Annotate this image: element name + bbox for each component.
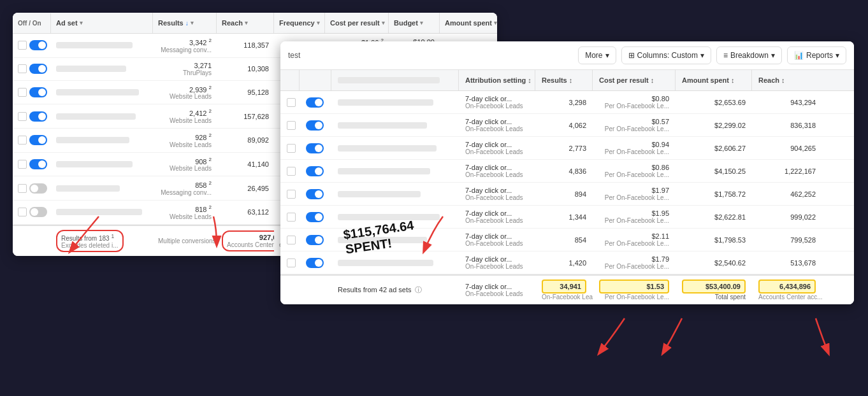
rth-reach[interactable]: Reach ↕ (752, 70, 822, 90)
row-toggle[interactable] (29, 135, 47, 145)
breakdown-label: Breakdown (730, 51, 769, 60)
row-toggle[interactable] (306, 189, 324, 199)
row-checkbox[interactable] (287, 98, 296, 107)
right-table-row: 7-day click or... On-Facebook Leads 1,34… (280, 206, 854, 229)
adset-name[interactable] (56, 42, 133, 48)
breakdown-button[interactable]: ≡ Breakdown ▾ (716, 46, 782, 64)
results-sort-icon: ↓ (185, 20, 189, 27)
right-summary-row: Results from 42 ad sets ⓘ 7-day click or… (280, 274, 854, 304)
results-sort-icon: ↕ (569, 76, 573, 84)
right-table-row: 7-day click or... On-Facebook Leads 4,83… (280, 160, 854, 183)
right-table-row: 7-day click or... On-Facebook Leads 2,77… (280, 137, 854, 160)
right-table-panel: test More ▾ ⊞ Columns: Custom ▾ ≡ Breakd… (280, 41, 854, 304)
breakdown-icon: ≡ (723, 51, 728, 60)
rth-name (331, 70, 459, 90)
rth-results[interactable]: Results ↕ (535, 70, 593, 90)
row-checkbox[interactable] (18, 184, 27, 193)
row-checkbox[interactable] (287, 121, 296, 130)
row-toggle[interactable] (306, 235, 324, 245)
results-dropdown-icon: ▾ (191, 20, 194, 26)
summary-results-label: Results from 183 1 (61, 233, 119, 242)
adset-name[interactable] (56, 185, 120, 192)
row-checkbox[interactable] (287, 213, 296, 222)
right-summary-amount: $53,400.09 (682, 279, 746, 293)
row-checkbox[interactable] (287, 167, 296, 176)
row-checkbox[interactable] (287, 144, 296, 153)
row-checkbox[interactable] (18, 136, 27, 145)
left-table-header: Off / On Ad set ▾ Results ↓ ▾ Reach ▾ Fr… (13, 13, 497, 34)
col-header-budget[interactable]: Budget ▾ (389, 13, 440, 33)
row-toggle[interactable] (29, 40, 47, 50)
col-header-frequency[interactable]: Frequency ▾ (274, 13, 325, 33)
row-toggle[interactable] (29, 183, 47, 194)
cpr-dropdown-icon: ▾ (382, 20, 385, 26)
row-toggle[interactable] (306, 212, 324, 222)
row-checkbox[interactable] (18, 112, 27, 121)
row-checkbox[interactable] (287, 236, 296, 244)
columns-label: Columns: Custom (637, 51, 698, 60)
row-toggle[interactable] (306, 97, 324, 108)
row-toggle[interactable] (306, 258, 324, 268)
col-header-adset[interactable]: Ad set ▾ (51, 13, 153, 33)
row-checkbox[interactable] (18, 160, 27, 169)
right-table-header: Attribution setting ↕ Results ↕ Cost per… (280, 70, 854, 91)
col-header-reach[interactable]: Reach ▾ (217, 13, 274, 33)
toolbar-test-label: test (288, 51, 300, 60)
row-toggle[interactable] (29, 159, 47, 169)
rth-cpr[interactable]: Cost per result ↕ (593, 70, 676, 90)
reports-icon: 📊 (794, 51, 804, 60)
row-checkbox[interactable] (18, 88, 27, 97)
adset-name[interactable] (56, 66, 126, 72)
row-toggle[interactable] (306, 166, 324, 176)
cpr-sort-icon: ↕ (651, 76, 655, 84)
col-header-results[interactable]: Results ↓ ▾ (153, 13, 217, 33)
adset-dropdown-icon: ▾ (80, 20, 83, 26)
row-checkbox[interactable] (18, 64, 27, 73)
row-toggle[interactable] (29, 64, 47, 74)
adset-name[interactable] (56, 89, 139, 95)
col-header-amount[interactable]: Amount spent ▾ (440, 13, 497, 33)
right-table-row: 7-day click or... On-Facebook Leads 3,29… (280, 91, 854, 114)
right-toolbar: test More ▾ ⊞ Columns: Custom ▾ ≡ Breakd… (280, 41, 854, 70)
adset-name[interactable] (56, 161, 133, 167)
rth-amount[interactable]: Amount spent ↕ (676, 70, 752, 90)
row-toggle[interactable] (306, 143, 324, 153)
right-summary-results: 34,941 (542, 279, 586, 293)
attr-sort-icon: ↕ (528, 76, 532, 84)
row-checkbox[interactable] (18, 41, 27, 50)
adset-name[interactable] (56, 209, 142, 215)
columns-icon: ⊞ (628, 51, 635, 60)
rth-attribution[interactable]: Attribution setting ↕ (459, 70, 535, 90)
rth-toggle (300, 70, 331, 90)
reports-label: Reports (806, 51, 833, 60)
right-summary-cpr: $1.53 (599, 279, 669, 293)
reports-chevron-icon: ▾ (835, 51, 839, 60)
more-chevron-icon: ▾ (605, 51, 609, 60)
reach-sort-icon: ↕ (781, 76, 785, 84)
right-table-body: 7-day click or... On-Facebook Leads 3,29… (280, 91, 854, 274)
row-toggle[interactable] (29, 87, 47, 97)
adset-name[interactable] (56, 113, 136, 120)
more-button[interactable]: More ▾ (578, 46, 616, 64)
row-toggle[interactable] (306, 120, 324, 131)
amount-dropdown-icon: ▾ (494, 20, 497, 26)
budget-dropdown-icon: ▾ (420, 20, 423, 26)
reach-dropdown-icon: ▾ (245, 20, 248, 26)
adset-name[interactable] (56, 137, 129, 143)
info-icon: ⓘ (415, 286, 422, 293)
row-checkbox[interactable] (287, 190, 296, 199)
row-toggle[interactable] (29, 111, 47, 122)
right-table-row: 7-day click or... On-Facebook Leads 894 … (280, 183, 854, 206)
row-checkbox[interactable] (18, 208, 27, 216)
col-header-off-on: Off / On (13, 13, 51, 33)
right-table-row: 7-day click or... On-Facebook Leads 4,06… (280, 114, 854, 137)
col-header-cpr[interactable]: Cost per result ▾ (325, 13, 389, 33)
rth-checkbox (280, 70, 300, 90)
row-toggle[interactable] (29, 207, 47, 217)
columns-button[interactable]: ⊞ Columns: Custom ▾ (621, 46, 711, 64)
row-checkbox[interactable] (287, 258, 296, 267)
right-summary-reach: 6,434,896 (758, 279, 816, 293)
reports-button[interactable]: 📊 Reports ▾ (787, 46, 846, 64)
freq-dropdown-icon: ▾ (317, 20, 320, 26)
breakdown-chevron-icon: ▾ (771, 51, 775, 60)
